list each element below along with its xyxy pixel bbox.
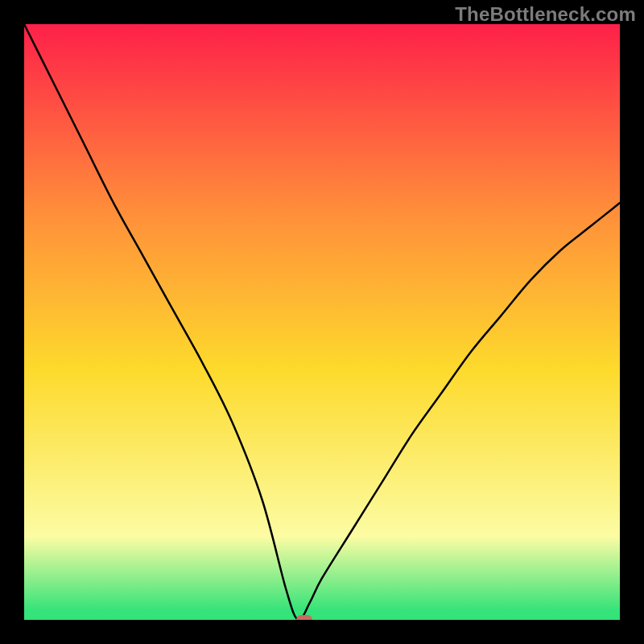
plot-area (24, 24, 620, 620)
chart-root: TheBottleneck.com (0, 0, 644, 644)
watermark-label: TheBottleneck.com (455, 3, 636, 26)
bottleneck-curve (24, 24, 620, 620)
optimal-point-marker (296, 615, 312, 620)
